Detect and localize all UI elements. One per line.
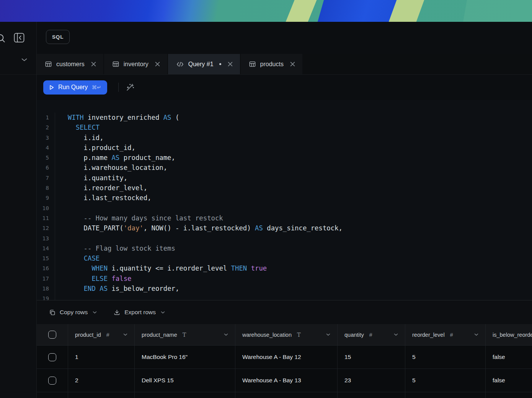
close-icon[interactable] xyxy=(155,62,160,67)
toolbar-divider xyxy=(118,83,119,92)
column-label: product_id xyxy=(75,332,101,338)
cell-product_name[interactable]: Dell XPS 15 xyxy=(135,369,235,392)
cell-is_below_reorder[interactable]: false xyxy=(486,369,532,392)
code-text: i.id, xyxy=(55,133,104,143)
code-line: 7 i.quantity, xyxy=(37,173,532,183)
select-all-checkbox[interactable] xyxy=(48,331,56,339)
code-text: WHEN i.quantity <= i.reorder_level THEN … xyxy=(55,263,267,273)
chevron-down-icon[interactable] xyxy=(474,333,478,336)
magic-wand-icon[interactable] xyxy=(126,83,134,92)
close-icon[interactable] xyxy=(91,62,96,67)
cell-is_below_reorder xyxy=(486,392,532,398)
cell-product_id[interactable]: 1 xyxy=(68,346,135,369)
code-line: 2 SELECT xyxy=(37,122,532,132)
line-number: 17 xyxy=(37,274,55,284)
code-text: -- How many days since last restock xyxy=(55,213,223,223)
code-line: 8 i.reorder_level, xyxy=(37,183,532,193)
number-type-icon: # xyxy=(106,332,109,338)
code-line: 16 WHEN i.quantity <= i.reorder_level TH… xyxy=(37,263,532,273)
table-row[interactable]: 2Dell XPS 15Warehouse A - Bay 13235false xyxy=(37,369,532,392)
export-rows-button[interactable]: Export rows xyxy=(114,309,165,316)
code-line: 15 CASE xyxy=(37,253,532,263)
export-rows-label: Export rows xyxy=(124,309,156,316)
cell-quantity[interactable]: 15 xyxy=(338,346,405,369)
close-icon[interactable] xyxy=(228,62,233,67)
chevron-down-icon[interactable] xyxy=(326,333,330,336)
code-text: p.name AS product_name, xyxy=(55,153,175,163)
select-all-cell xyxy=(37,324,68,345)
code-text: i.warehouse_location, xyxy=(55,163,167,173)
run-query-button[interactable]: Run Query ⌘↵ xyxy=(43,80,107,95)
column-header-warehouse_location[interactable]: warehouse_locationT xyxy=(235,324,338,345)
sidebar xyxy=(0,22,37,398)
desktop-wallpaper xyxy=(0,0,532,22)
tab-inventory[interactable]: inventory xyxy=(104,54,167,74)
cell-product_name xyxy=(135,392,235,398)
column-header-product_id[interactable]: product_id# xyxy=(68,324,135,345)
table-icon xyxy=(113,61,119,67)
cell-quantity xyxy=(338,392,405,398)
code-line: 9 i.last_restocked, xyxy=(37,193,532,203)
line-number: 6 xyxy=(37,163,55,173)
line-number: 15 xyxy=(37,253,55,263)
cell-reorder_level[interactable]: 5 xyxy=(405,346,486,369)
code-text: i.quantity, xyxy=(55,173,127,183)
column-label: is_below_reorder xyxy=(493,332,532,338)
sql-badge[interactable]: SQL xyxy=(46,30,70,44)
collapse-sidebar-icon[interactable] xyxy=(14,33,24,42)
close-icon[interactable] xyxy=(290,62,295,67)
line-number: 19 xyxy=(37,294,55,300)
tab-label: products xyxy=(260,61,284,68)
table-row[interactable]: 1MacBook Pro 16"Warehouse A - Bay 12155f… xyxy=(37,346,532,369)
tab-products[interactable]: products xyxy=(241,54,302,74)
column-header-product_name[interactable]: product_nameT xyxy=(135,324,235,345)
code-line: 14 -- Flag low stock items xyxy=(37,243,532,253)
cell-reorder_level[interactable]: 5 xyxy=(405,369,486,392)
cell-product_name[interactable]: MacBook Pro 16" xyxy=(135,346,235,369)
row-select-cell xyxy=(37,369,68,392)
table-row-partial[interactable] xyxy=(37,392,532,398)
code-text: SELECT xyxy=(55,122,100,132)
cell-reorder_level xyxy=(405,392,486,398)
line-number: 7 xyxy=(37,173,55,183)
code-line: 18 END AS is_below_reorder, xyxy=(37,284,532,294)
tab-customers[interactable]: customers xyxy=(37,54,103,74)
text-type-icon: T xyxy=(183,332,186,338)
play-icon xyxy=(48,84,55,91)
chevron-down-icon[interactable] xyxy=(224,333,228,336)
column-header-reorder_level[interactable]: reorder_level# xyxy=(405,324,486,345)
code-line: 11 -- How many days since last restock xyxy=(37,213,532,223)
column-header-quantity[interactable]: quantity# xyxy=(338,324,405,345)
code-line: 10 xyxy=(37,203,532,213)
chevron-down-icon[interactable] xyxy=(123,333,127,336)
row-checkbox[interactable] xyxy=(48,377,56,385)
tab-query-1[interactable]: Query #1 xyxy=(168,54,240,74)
line-number: 14 xyxy=(37,243,55,253)
cell-product_id[interactable]: 2 xyxy=(68,369,135,392)
line-number: 5 xyxy=(37,153,55,163)
copy-rows-button[interactable]: Copy rows xyxy=(49,309,97,316)
cell-is_below_reorder[interactable]: false xyxy=(486,346,532,369)
code-line: 17 ELSE false xyxy=(37,274,532,284)
sql-editor[interactable]: 1WITH inventory_enriched AS (2 SELECT3 i… xyxy=(37,100,532,300)
search-icon[interactable] xyxy=(0,33,6,43)
line-number: 13 xyxy=(37,233,55,243)
table-icon xyxy=(45,61,52,67)
line-number: 1 xyxy=(37,113,55,122)
cell-quantity[interactable]: 23 xyxy=(338,369,405,392)
cell-warehouse_location[interactable]: Warehouse A - Bay 12 xyxy=(235,346,338,369)
code-text: WITH inventory_enriched AS ( xyxy=(55,113,179,122)
row-checkbox[interactable] xyxy=(48,353,56,361)
column-header-is_below_reorder[interactable]: is_below_reorder xyxy=(486,324,532,345)
tab-label: inventory xyxy=(124,61,149,68)
editor-topbar: SQL xyxy=(37,22,532,54)
unsaved-dot xyxy=(219,63,221,65)
chevron-down-icon[interactable] xyxy=(394,333,398,336)
table-header: product_id#product_nameTwarehouse_locati… xyxy=(37,324,532,346)
chevron-down-icon[interactable] xyxy=(21,58,27,62)
app-window: SQL customersinventoryQuery #1products R… xyxy=(0,22,532,398)
code-line: 19 xyxy=(37,294,532,300)
code-text xyxy=(55,203,68,213)
code-text: ELSE false xyxy=(55,274,132,284)
cell-warehouse_location[interactable]: Warehouse A - Bay 13 xyxy=(235,369,338,392)
